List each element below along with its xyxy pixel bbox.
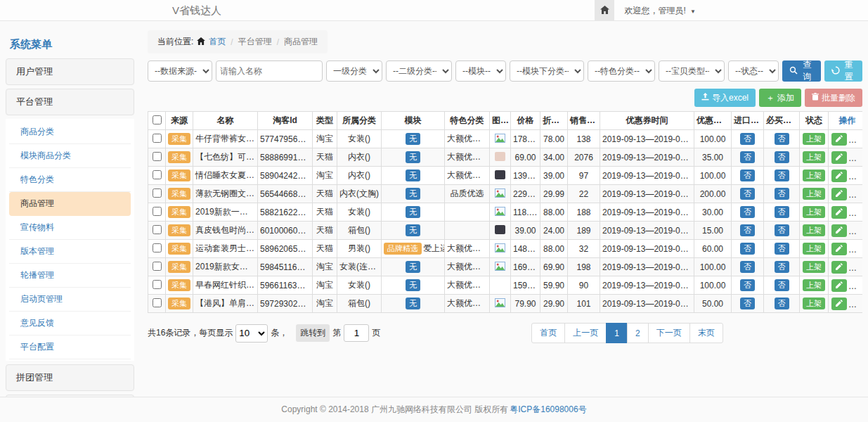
mustbuy-flag-badge[interactable]: 否 (775, 298, 789, 309)
page-1-button[interactable]: 1 (606, 323, 628, 343)
status-badge[interactable]: 上架 (803, 224, 825, 236)
operations-cell (829, 185, 863, 203)
price: 118.00 (511, 203, 540, 222)
edit-button[interactable] (831, 279, 847, 292)
status-badge[interactable]: 上架 (803, 170, 825, 181)
sidebar-item-平台配置[interactable]: 平台配置 (9, 335, 131, 359)
row-checkbox[interactable] (153, 280, 162, 289)
reset-button[interactable]: 重置 (824, 60, 863, 82)
breadcrumb-home-link[interactable]: 首页 (209, 36, 226, 48)
edit-button[interactable] (831, 133, 847, 146)
mustbuy-flag-badge[interactable]: 否 (775, 243, 789, 255)
select-all-checkbox[interactable] (153, 115, 162, 124)
page-2-button[interactable]: 2 (627, 323, 649, 343)
row-checkbox[interactable] (153, 262, 162, 271)
checkbox-cell (148, 148, 166, 167)
status-select[interactable]: --状态-- (728, 60, 779, 82)
sales-count: 22 (568, 185, 600, 203)
import-flag-badge[interactable]: 否 (740, 279, 755, 291)
sidebar-item-版本管理[interactable]: 版本管理 (9, 240, 131, 264)
table-row: 采集运动套装男士卫衣初秋...589620659791天猫男装()品牌精选爱上运… (148, 240, 863, 258)
mustbuy-flag-badge[interactable]: 否 (775, 224, 789, 236)
status-badge[interactable]: 上架 (803, 188, 825, 200)
mustbuy-flag-badge[interactable]: 否 (775, 133, 789, 145)
status-badge[interactable]: 上架 (803, 261, 825, 273)
sidebar-item-启动页管理[interactable]: 启动页管理 (9, 288, 131, 312)
sidebar-item-商品分类[interactable]: 商品分类 (9, 120, 131, 144)
module-select[interactable]: --模块-- (455, 60, 506, 82)
status-badge[interactable]: 上架 (803, 151, 825, 163)
import-flag-badge[interactable]: 否 (740, 261, 755, 273)
sidebar-section-拼团管理[interactable]: 拼团管理 (6, 364, 134, 391)
mustbuy-flag-badge[interactable]: 否 (775, 151, 789, 163)
per-page-select[interactable]: 10 (235, 324, 268, 343)
import-flag-badge[interactable]: 否 (740, 224, 755, 236)
name-input[interactable] (216, 60, 323, 82)
search-button[interactable]: 查询 (782, 60, 821, 82)
sidebar-section-用户管理[interactable]: 用户管理 (6, 58, 134, 85)
edit-button[interactable] (831, 243, 847, 255)
mustbuy-flag-badge[interactable]: 否 (775, 206, 789, 218)
row-checkbox[interactable] (153, 188, 162, 198)
mustbuy-flag-badge[interactable]: 否 (775, 261, 789, 273)
edit-button[interactable] (831, 206, 847, 219)
mustbuy-flag-badge[interactable]: 否 (775, 170, 789, 181)
import-flag-badge[interactable]: 否 (740, 151, 755, 163)
status-badge[interactable]: 上架 (803, 206, 825, 218)
import-flag-badge[interactable]: 否 (740, 133, 755, 145)
edit-button[interactable] (831, 151, 847, 164)
import-flag-badge[interactable]: 否 (740, 206, 755, 218)
refresh-icon (831, 66, 840, 77)
home-button[interactable] (595, 0, 614, 21)
row-checkbox[interactable] (153, 170, 162, 179)
sidebar-section-平台管理[interactable]: 平台管理 (6, 89, 134, 115)
feature-category-select[interactable]: --特色分类-- (588, 60, 655, 82)
mustbuy-flag-badge[interactable]: 否 (775, 279, 789, 291)
level2-category-select[interactable]: --二级分类-- (386, 60, 452, 82)
sales-count: 189 (568, 222, 600, 240)
import-flag-badge[interactable]: 否 (740, 170, 755, 181)
icp-link[interactable]: 粤ICP备16098006号 (510, 404, 586, 416)
import-flag-badge[interactable]: 否 (740, 188, 755, 200)
page-number-input[interactable] (344, 324, 369, 342)
edit-button[interactable] (831, 261, 847, 274)
row-checkbox[interactable] (153, 225, 162, 234)
status-badge[interactable]: 上架 (803, 243, 825, 255)
add-button[interactable]: ＋ 添加 (759, 89, 801, 107)
sidebar-item-商品管理[interactable]: 商品管理 (9, 192, 131, 216)
import-flag-badge[interactable]: 否 (740, 243, 755, 255)
status-badge[interactable]: 上架 (803, 133, 825, 145)
import-flag-badge[interactable]: 否 (740, 298, 755, 309)
module-cell: 无 (382, 258, 445, 276)
edit-button[interactable] (831, 224, 847, 237)
edit-button[interactable] (831, 298, 847, 310)
sidebar-item-宣传物料[interactable]: 宣传物料 (9, 216, 131, 240)
data-source-select[interactable]: --数据来源-- (148, 60, 212, 82)
row-checkbox[interactable] (153, 298, 162, 307)
page-first-button[interactable]: 首页 (531, 323, 565, 343)
row-checkbox[interactable] (153, 134, 162, 143)
sidebar-item-轮播管理[interactable]: 轮播管理 (9, 264, 131, 288)
jump-button[interactable]: 跳转到 (296, 324, 330, 342)
import-excel-button[interactable]: 导入excel (694, 89, 756, 107)
page-last-button[interactable]: 末页 (689, 323, 723, 343)
item-type-select[interactable]: --宝贝类型-- (659, 60, 725, 82)
user-menu[interactable]: 欢迎您，管理员! ▼ (624, 5, 696, 17)
status-badge[interactable]: 上架 (803, 279, 825, 291)
row-checkbox[interactable] (153, 243, 162, 252)
edit-button[interactable] (831, 188, 847, 200)
row-checkbox[interactable] (153, 152, 162, 161)
mustbuy-flag-badge[interactable]: 否 (775, 188, 789, 200)
sidebar-item-模块商品分类[interactable]: 模块商品分类 (9, 144, 131, 168)
page-prev-button[interactable]: 上一页 (564, 323, 607, 343)
module-sub-category-select[interactable]: --模块下分类-- (510, 60, 584, 82)
row-checkbox[interactable] (153, 207, 162, 216)
level1-category-select[interactable]: 一级分类 (326, 60, 382, 82)
batch-delete-button[interactable]: 批量删除 (805, 89, 862, 107)
sidebar-item-特色分类[interactable]: 特色分类 (9, 168, 131, 192)
status-badge[interactable]: 上架 (803, 298, 825, 309)
edit-button[interactable] (831, 170, 847, 182)
module-badge: 品牌精选 (384, 243, 422, 255)
sidebar-item-意见反馈[interactable]: 意见反馈 (9, 312, 131, 335)
page-next-button[interactable]: 下一页 (648, 323, 690, 343)
